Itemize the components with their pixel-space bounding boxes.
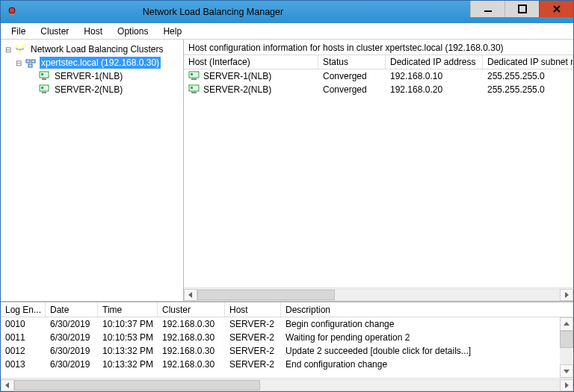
- col-host[interactable]: Host: [225, 302, 281, 317]
- cell-date: 6/30/2019: [46, 346, 98, 356]
- scroll-right-icon[interactable]: [560, 379, 573, 391]
- tree-cluster-row[interactable]: ⊟ xpertstec.local (192.168.0.30): [4, 56, 183, 69]
- detail-rows[interactable]: SERVER-1(NLB) Converged 192.168.0.10 255…: [184, 69, 573, 287]
- log-vscroll[interactable]: [560, 317, 573, 378]
- scroll-track[interactable]: [14, 379, 560, 391]
- cell-id: 0011: [1, 332, 46, 343]
- svg-rect-3: [519, 5, 526, 13]
- svg-rect-13: [42, 78, 46, 80]
- scroll-track[interactable]: [560, 331, 573, 364]
- menu-host[interactable]: Host: [76, 25, 110, 38]
- svg-rect-21: [189, 85, 199, 91]
- log-pane: Log En... Date Time Cluster Host Descrip…: [1, 302, 573, 391]
- close-button[interactable]: [539, 1, 573, 17]
- svg-line-4: [554, 6, 560, 12]
- table-row[interactable]: SERVER-2(NLB) Converged 192.168.0.20 255…: [184, 83, 573, 96]
- svg-rect-12: [40, 72, 49, 78]
- svg-rect-1: [10, 13, 14, 16]
- minimize-button[interactable]: [470, 1, 504, 17]
- menu-options[interactable]: Options: [110, 25, 155, 38]
- cell-host: SERVER-1(NLB): [203, 71, 271, 81]
- svg-rect-6: [15, 44, 19, 48]
- svg-rect-15: [40, 85, 49, 91]
- scroll-track[interactable]: [197, 289, 560, 301]
- col-log-entry[interactable]: Log En...: [1, 302, 46, 317]
- table-row[interactable]: SERVER-1(NLB) Converged 192.168.0.10 255…: [184, 69, 573, 83]
- cell-cluster: 192.168.0.30: [158, 359, 225, 370]
- col-ip[interactable]: Dedicated IP address: [386, 55, 483, 69]
- col-date[interactable]: Date: [46, 302, 98, 317]
- cluster-icon: [25, 57, 37, 69]
- col-host[interactable]: Host (Interface): [184, 55, 318, 69]
- cell-host: SERVER-2: [225, 332, 281, 343]
- cell-date: 6/30/2019: [46, 332, 98, 343]
- app-icon: [5, 5, 19, 19]
- scroll-thumb[interactable]: [560, 331, 573, 348]
- tree-root-label: Network Load Balancing Clusters: [29, 43, 164, 55]
- svg-rect-18: [189, 72, 199, 78]
- server-icon: [188, 71, 200, 81]
- tree-root-row[interactable]: ⊟ Network Load Balancing Clusters: [4, 43, 183, 56]
- svg-rect-11: [28, 64, 32, 67]
- server-icon: [38, 70, 50, 82]
- log-body: 0010 6/30/2019 10:10:37 PM 192.168.0.30 …: [1, 317, 573, 378]
- col-status[interactable]: Status: [318, 55, 386, 69]
- cell-host: SERVER-2(NLB): [203, 84, 271, 95]
- cell-host: SERVER-2: [225, 319, 281, 329]
- cell-id: 0012: [1, 346, 46, 356]
- collapse-icon[interactable]: ⊟: [4, 45, 13, 54]
- scroll-left-icon[interactable]: [184, 289, 197, 301]
- cell-ip: 192.168.0.10: [386, 71, 483, 81]
- svg-rect-9: [26, 60, 30, 63]
- cell-id: 0010: [1, 319, 46, 329]
- scroll-thumb[interactable]: [14, 380, 260, 391]
- log-hscroll[interactable]: [1, 378, 573, 391]
- log-rows[interactable]: 0010 6/30/2019 10:10:37 PM 192.168.0.30 …: [1, 317, 560, 378]
- menu-help[interactable]: Help: [155, 25, 189, 38]
- table-row[interactable]: 0011 6/30/2019 10:10:53 PM 192.168.0.30 …: [1, 331, 560, 344]
- col-subnet[interactable]: Dedicated IP subnet m: [483, 55, 573, 69]
- scroll-down-icon[interactable]: [560, 364, 573, 378]
- menu-cluster[interactable]: Cluster: [33, 25, 76, 38]
- menu-file[interactable]: File: [4, 25, 33, 38]
- cell-status: Converged: [318, 71, 386, 81]
- server-icon: [38, 84, 50, 96]
- table-row[interactable]: 0013 6/30/2019 10:13:32 PM 192.168.0.30 …: [1, 358, 560, 371]
- detail-header: Host configuration information for hosts…: [184, 40, 573, 55]
- tree-pane[interactable]: ⊟ Network Load Balancing Clusters ⊟ xper…: [1, 40, 184, 301]
- scroll-right-icon[interactable]: [560, 289, 573, 301]
- svg-point-0: [9, 7, 15, 13]
- cell-desc: Waiting for pending operation 2: [281, 332, 560, 343]
- collapse-icon[interactable]: ⊟: [14, 58, 23, 67]
- cell-cluster: 192.168.0.30: [158, 332, 225, 343]
- cell-desc: Update 2 succeeded [double click for det…: [281, 346, 560, 356]
- scroll-left-icon[interactable]: [1, 379, 14, 391]
- cell-desc: Begin configuration change: [281, 319, 560, 329]
- svg-rect-16: [42, 92, 46, 93]
- cell-id: 0013: [1, 359, 46, 370]
- clusters-icon: [14, 43, 26, 55]
- tree-host-label: SERVER-1(NLB): [53, 70, 124, 82]
- col-description[interactable]: Description: [281, 302, 573, 317]
- col-cluster[interactable]: Cluster: [158, 302, 225, 317]
- scroll-up-icon[interactable]: [560, 317, 573, 331]
- tree-host-row[interactable]: SERVER-2(NLB): [4, 83, 183, 96]
- scroll-thumb[interactable]: [197, 290, 335, 300]
- svg-rect-7: [22, 44, 25, 48]
- svg-rect-14: [41, 73, 43, 75]
- tree-cluster-label: xpertstec.local (192.168.0.30): [40, 57, 161, 69]
- detail-hscroll[interactable]: [184, 287, 573, 301]
- table-row[interactable]: 0012 6/30/2019 10:13:32 PM 192.168.0.30 …: [1, 344, 560, 358]
- detail-pane: Host configuration information for hosts…: [184, 40, 573, 301]
- cell-status: Converged: [318, 84, 386, 95]
- detail-grid: Host (Interface) Status Dedicated IP add…: [184, 55, 573, 301]
- cell-time: 10:13:32 PM: [98, 346, 158, 356]
- col-time[interactable]: Time: [98, 302, 158, 317]
- table-row[interactable]: 0010 6/30/2019 10:10:37 PM 192.168.0.30 …: [1, 317, 560, 331]
- svg-rect-19: [191, 78, 197, 80]
- tree-host-label: SERVER-2(NLB): [53, 84, 124, 96]
- tree-host-row[interactable]: SERVER-1(NLB): [4, 69, 183, 83]
- main-area: ⊟ Network Load Balancing Clusters ⊟ xper…: [1, 40, 573, 302]
- maximize-button[interactable]: [504, 1, 539, 17]
- window-title: Network Load Balancing Manager: [23, 7, 470, 17]
